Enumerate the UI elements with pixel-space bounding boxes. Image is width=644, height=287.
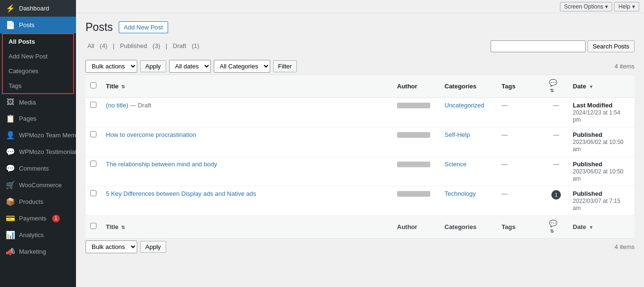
comments-icon: 💬 — [6, 164, 15, 173]
table-row: The relationship between mind and bodySc… — [85, 156, 635, 186]
post-title-link[interactable]: 5 Key Differences between Display ads an… — [106, 190, 256, 197]
sidebar: ⚡ Dashboard 📄 Posts All Posts Add New Po… — [0, 0, 76, 287]
woocommerce-icon: 🛒 — [6, 181, 15, 190]
comment-col-icon-footer: 💬 — [549, 220, 557, 227]
date-value: 2023/06/02 at 10:50 am — [573, 139, 624, 153]
date-value: 2023/06/02 at 10:50 am — [573, 168, 624, 182]
filter-button[interactable]: Filter — [273, 60, 297, 72]
header-categories: Categories — [440, 75, 497, 97]
row-checkbox[interactable] — [90, 161, 96, 167]
sidebar-item-products[interactable]: 📦 Products — [0, 193, 76, 210]
sidebar-item-dashboard[interactable]: ⚡ Dashboard — [0, 0, 76, 17]
post-title-link[interactable]: How to overcome procrastination — [106, 131, 196, 138]
sidebar-item-analytics[interactable]: 📊 Analytics — [0, 227, 76, 243]
sidebar-item-comments[interactable]: 💬 Comments — [0, 160, 76, 177]
post-title-link[interactable]: The relationship between mind and body — [106, 161, 217, 168]
sidebar-subitem-add-new-post[interactable]: Add New Post — [3, 49, 73, 64]
team-icon: 👤 — [6, 131, 15, 140]
table-row: (no title) — DraftUncategorized——Last Mo… — [85, 97, 635, 127]
select-all-checkbox-top[interactable] — [90, 82, 96, 88]
header-author: Author — [392, 75, 440, 97]
apply-button-top[interactable]: Apply — [140, 60, 166, 72]
comments-cell: 1 — [544, 186, 568, 215]
sidebar-item-marketing[interactable]: 📣 Marketing — [0, 243, 76, 260]
dashboard-icon: ⚡ — [6, 4, 15, 13]
products-icon: 📦 — [6, 197, 15, 206]
dates-filter-select[interactable]: All dates — [169, 60, 211, 73]
testimonials-icon: 💬 — [6, 147, 15, 156]
post-title-link[interactable]: (no title) — [106, 102, 128, 109]
row-checkbox[interactable] — [90, 102, 96, 108]
screen-options-button[interactable]: Screen Options ▾ — [560, 2, 613, 11]
sidebar-item-pages[interactable]: 📋 Pages — [0, 110, 76, 127]
search-posts-input[interactable] — [491, 40, 586, 52]
table-row: 5 Key Differences between Display ads an… — [85, 186, 635, 215]
footer-author: Author — [392, 215, 440, 238]
filter-draft-link[interactable]: Draft (1) — [171, 42, 201, 49]
search-row: Search Posts — [491, 40, 635, 52]
help-button[interactable]: Help ▾ — [614, 2, 639, 11]
table-row: How to overcome procrastinationSelf-Help… — [85, 127, 635, 156]
row-checkbox[interactable] — [90, 190, 96, 196]
tags-cell: — — [497, 186, 544, 215]
tags-label: Tags — [9, 82, 21, 89]
posts-table-wrapper: Title ⇅ Author Categories Tags 💬 ⇅ Date … — [85, 75, 635, 239]
row-checkbox[interactable] — [90, 131, 96, 137]
category-link[interactable]: Science — [445, 161, 466, 168]
comments-cell: — — [544, 156, 568, 186]
footer-date: Date ▼ — [568, 215, 635, 238]
sidebar-subitem-tags[interactable]: Tags — [3, 78, 73, 93]
author-name — [397, 132, 430, 138]
draft-label: — Draft — [128, 102, 151, 109]
comments-sort-icon-footer[interactable]: ⇅ — [550, 229, 554, 234]
search-posts-button[interactable]: Search Posts — [587, 40, 635, 52]
title-sort-icon[interactable]: ⇅ — [121, 84, 125, 89]
date-sort-icon-footer[interactable]: ▼ — [589, 225, 594, 230]
category-link[interactable]: Technology — [445, 190, 476, 197]
top-toolbar: Bulk actions Apply All dates All Categor… — [85, 60, 635, 73]
comment-count-badge[interactable]: 1 — [551, 190, 561, 200]
sidebar-item-label: Products — [19, 198, 43, 205]
sidebar-item-payments[interactable]: 💳 Payments 1 — [0, 210, 76, 227]
sidebar-item-media[interactable]: 🖼 Media — [0, 94, 76, 110]
comments-sort-icon[interactable]: ⇅ — [550, 88, 554, 93]
bulk-actions-select-bottom[interactable]: Bulk actions — [85, 240, 137, 253]
bulk-actions-select-top[interactable]: Bulk actions — [85, 60, 137, 73]
footer-tags: Tags — [497, 215, 544, 238]
sidebar-subitem-all-posts[interactable]: All Posts — [3, 34, 73, 49]
sidebar-item-wpmozo-testimonials[interactable]: 💬 WPMozo Testimonials — [0, 144, 76, 160]
date-value: 2022/03/07 at 7:15 am — [573, 198, 620, 211]
categories-filter-select[interactable]: All Categories — [214, 60, 270, 73]
category-link[interactable]: Uncategorized — [445, 102, 484, 109]
apply-button-bottom[interactable]: Apply — [140, 241, 166, 253]
posts-submenu: All Posts Add New Post Categories Tags — [2, 33, 74, 94]
footer-title: Title ⇅ — [101, 215, 392, 238]
filter-links: All (4) | Published (3) | Draft (1) — [85, 42, 201, 49]
all-posts-label: All Posts — [9, 38, 35, 45]
sidebar-item-label: Analytics — [19, 231, 44, 239]
categories-label: Categories — [9, 67, 38, 75]
tags-cell: — — [497, 156, 544, 186]
category-link[interactable]: Self-Help — [445, 131, 470, 138]
sidebar-item-label: Comments — [19, 165, 49, 172]
sidebar-item-posts[interactable]: 📄 Posts — [0, 17, 76, 33]
sidebar-item-wpmozo-team[interactable]: 👤 WPMozo Team Members — [0, 127, 76, 144]
date-cell: Published2023/06/02 at 10:50 am — [568, 127, 635, 156]
date-value: 2024/12/23 at 1:54 pm — [573, 109, 620, 123]
footer-checkbox-cell — [85, 215, 101, 238]
items-count-bottom: 4 items — [615, 243, 635, 250]
sidebar-item-woocommerce[interactable]: 🛒 WooCommerce — [0, 177, 76, 193]
add-new-post-button[interactable]: Add New Post — [119, 21, 168, 33]
date-status: Last Modified — [573, 102, 613, 109]
analytics-icon: 📊 — [6, 230, 15, 239]
author-name — [397, 162, 430, 167]
sidebar-item-label: WooCommerce — [19, 182, 62, 189]
sidebar-subitem-categories[interactable]: Categories — [3, 64, 73, 78]
header-date: Date ▼ — [568, 75, 635, 97]
title-sort-icon-footer[interactable]: ⇅ — [121, 225, 125, 230]
filter-published-link[interactable]: Published (3) — [118, 42, 164, 49]
select-all-checkbox-bottom[interactable] — [90, 223, 96, 229]
date-sort-icon[interactable]: ▼ — [589, 84, 594, 89]
pages-icon: 📋 — [6, 114, 15, 123]
filter-all-link[interactable]: All (4) — [85, 42, 111, 49]
